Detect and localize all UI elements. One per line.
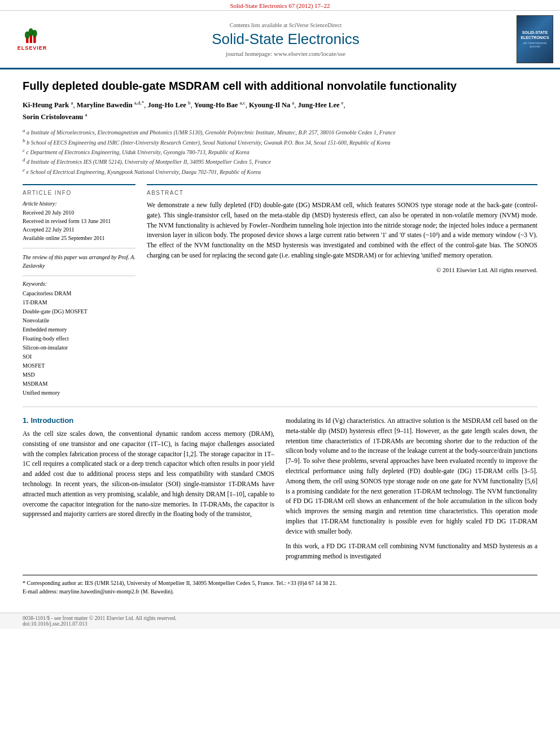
intro-paragraph-2: modulating its Id (Vg) characteristics. …	[286, 416, 537, 537]
affiliation-e: e e School of Electrical Engineering, Ky…	[23, 167, 537, 176]
sciverse-line: Contents lists available at SciVerse Sci…	[63, 22, 508, 28]
cover-subtitle: an international journal	[519, 41, 550, 48]
author-bawedin: Maryline Bawedin	[77, 101, 133, 109]
article-info-title: ARTICLE INFO	[23, 190, 135, 196]
citation-text: Solid-State Electronics 67 (2012) 17–22	[230, 2, 330, 9]
affiliation-a: a a Institute of Microelectronics, Elect…	[23, 127, 537, 137]
kw-mosfet: MOSFET	[23, 361, 135, 370]
abstract-title: ABSTRACT	[147, 190, 537, 196]
affiliation-c: c c Department of Electronics Engineerin…	[23, 147, 537, 156]
author-lee-jh2-sup: e	[342, 100, 344, 106]
history-accepted: Accepted 22 July 2011	[23, 225, 135, 234]
keywords-section: Keywords: Capacitorless DRAM 1T-DRAM Dou…	[23, 276, 135, 397]
cover-title: SOLID-STATE ELECTRONICS	[519, 30, 550, 40]
introduction-section: 1. Introduction As the cell size scales …	[23, 416, 537, 566]
abstract-text: We demonstrate a new fully depleted (FD)…	[147, 200, 537, 261]
bottom-bar: 0038-1101/$ - see front matter © 2011 El…	[0, 613, 560, 629]
journal-title: Solid-State Electronics	[63, 30, 508, 48]
svg-point-5	[32, 29, 37, 37]
author-park: Ki-Heung Park	[23, 101, 69, 109]
history-label: Article history:	[23, 200, 135, 207]
history-revised: Received in revised form 13 June 2011	[23, 217, 135, 225]
kw-msd: MSD	[23, 370, 135, 379]
kw-soi: SOI	[23, 352, 135, 361]
elsevier-logo-area: ELSEVIER	[7, 28, 63, 51]
elsevier-tree-icon	[15, 28, 49, 45]
kw-capacitorless: Capacitorless DRAM	[23, 289, 135, 298]
author-cristoloveanu-sup: a	[85, 112, 87, 117]
intro-left-column: 1. Introduction As the cell size scales …	[23, 416, 274, 566]
author-lee-jh2: Jung-Hee Lee	[298, 101, 340, 109]
keywords-list: Capacitorless DRAM 1T-DRAM Double-gate (…	[23, 289, 135, 397]
abstract-column: ABSTRACT We demonstrate a new fully depl…	[147, 184, 537, 397]
journal-cover: SOLID-STATE ELECTRONICS an international…	[508, 15, 553, 63]
author-lee-jh-sup: b	[188, 100, 191, 106]
author-na-sup: a	[292, 100, 294, 106]
kw-soi-full: Silicon-on-insulator	[23, 343, 135, 352]
author-bae-sup: a,c	[239, 100, 245, 106]
homepage-line: journal homepage: www.elsevier.com/locat…	[63, 50, 508, 57]
peer-review-note: The review of this paper was arranged by…	[23, 248, 135, 270]
author-bawedin-sup: a,d,*	[134, 100, 145, 106]
intro-left-text: As the cell size scales down, the conven…	[23, 429, 274, 519]
sciverse-text: Contents lists available at SciVerse Sci…	[230, 22, 342, 28]
author-bae: Young-Ho Bae	[194, 101, 238, 109]
article-info-abstract-section: ARTICLE INFO Article history: Received 2…	[23, 184, 537, 397]
intro-paragraph-3: In this work, a FD DG 1T-DRAM cell combi…	[286, 541, 537, 562]
journal-header: ELSEVIER Contents lists available at Sci…	[0, 11, 560, 69]
main-content: Fully depleted double-gate MSDRAM cell w…	[0, 69, 560, 607]
elsevier-text: ELSEVIER	[18, 45, 47, 51]
copyright-notice: © 2011 Elsevier Ltd. All rights reserved…	[147, 267, 537, 273]
paper-title: Fully depleted double-gate MSDRAM cell w…	[23, 78, 537, 93]
kw-1tdram: 1T-DRAM	[23, 298, 135, 307]
affiliation-b: b b School of EECS Engineering and ISRC …	[23, 137, 537, 147]
kw-unified: Unified memory	[23, 388, 135, 397]
issn-line: 0038-1101/$ - see front matter © 2011 El…	[23, 615, 537, 621]
intro-right-column: modulating its Id (Vg) characteristics. …	[286, 416, 537, 566]
history-received: Received 20 July 2010	[23, 208, 135, 217]
cover-image: SOLID-STATE ELECTRONICS an international…	[517, 15, 553, 63]
author-lee-jh: Jong-Ho Lee	[148, 101, 186, 109]
corresponding-text: * Corresponding author at: IES (UMR 5214…	[23, 580, 336, 586]
svg-rect-1	[30, 34, 32, 42]
kw-floating-body: Floating-body effect	[23, 334, 135, 343]
kw-dg-mosfet: Double-gate (DG) MOSFET	[23, 307, 135, 316]
journal-center-info: Contents lists available at SciVerse Sci…	[63, 22, 508, 57]
authors-line: Ki-Heung Park a, Maryline Bawedin a,d,*,…	[23, 99, 537, 123]
author-park-sup: a	[71, 100, 73, 106]
author-cristoloveanu: Sorin Cristoloveanu	[23, 113, 83, 121]
intro-paragraph-1: As the cell size scales down, the conven…	[23, 429, 274, 519]
section-divider	[23, 407, 537, 407]
intro-heading: 1. Introduction	[23, 416, 274, 425]
footnotes: * Corresponding author at: IES (UMR 5214…	[23, 575, 537, 596]
history-online: Available online 25 September 2011	[23, 234, 135, 242]
keywords-title: Keywords:	[23, 281, 135, 287]
elsevier-logo: ELSEVIER	[7, 28, 58, 51]
email-footnote: E-mail address: maryline.bawedin@univ-mo…	[23, 587, 537, 596]
email-text: E-mail address: maryline.bawedin@univ-mo…	[23, 588, 174, 595]
author-na: Kyoung-Il Na	[249, 101, 290, 109]
kw-nonvolatile: Nonvolatile	[23, 316, 135, 325]
journal-citation: Solid-State Electronics 67 (2012) 17–22	[0, 0, 560, 11]
corresponding-footnote: * Corresponding author at: IES (UMR 5214…	[23, 579, 537, 587]
intro-right-text: modulating its Id (Vg) characteristics. …	[286, 416, 537, 561]
kw-msdram: MSDRAM	[23, 379, 135, 388]
kw-embedded: Embedded memory	[23, 325, 135, 334]
article-info-column: ARTICLE INFO Article history: Received 2…	[23, 184, 135, 397]
article-history: Article history: Received 20 July 2010 R…	[23, 200, 135, 242]
doi-line: doi:10.1016/j.sse.2011.07.013	[23, 621, 537, 627]
affiliation-d: d d Institute of Electronics IES (UMR 52…	[23, 156, 537, 166]
affiliations: a a Institute of Microelectronics, Elect…	[23, 127, 537, 176]
